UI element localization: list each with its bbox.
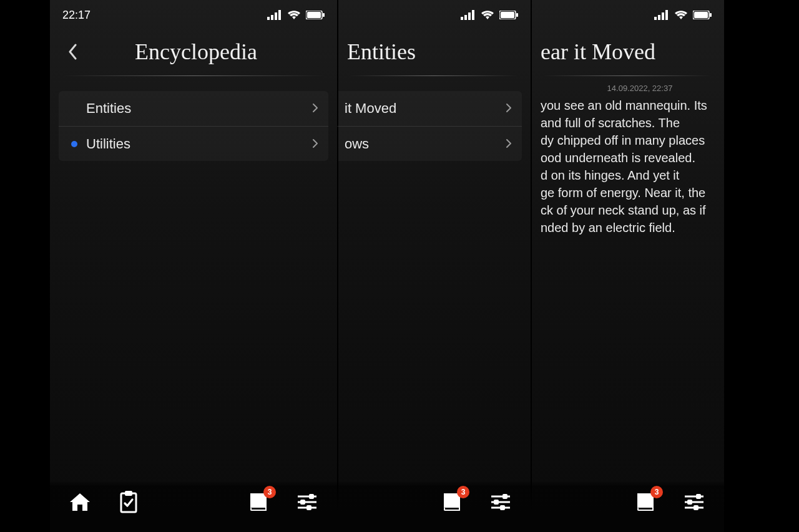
svg-rect-27 (494, 500, 499, 505)
signal-icon (654, 10, 669, 20)
home-icon (69, 492, 91, 512)
unread-dot-icon (71, 141, 77, 147)
svg-rect-21 (501, 12, 514, 18)
nav-settings-button[interactable] (487, 488, 514, 516)
nav-settings-button[interactable] (293, 488, 321, 516)
battery-icon (306, 11, 325, 19)
signal-icon (461, 10, 476, 20)
chevron-right-icon (506, 136, 512, 152)
svg-rect-17 (464, 15, 467, 20)
svg-rect-5 (307, 12, 321, 18)
notification-badge: 3 (650, 486, 663, 498)
phone-screen-article: ear it Moved 14.09.2022, 22:37 you see a… (531, 0, 724, 532)
svg-rect-15 (306, 505, 311, 510)
nav-tasks-button[interactable] (115, 488, 142, 516)
status-bar (531, 0, 724, 30)
svg-rect-9 (252, 508, 265, 510)
bottom-nav: 3 (531, 481, 724, 532)
chevron-right-icon (312, 100, 318, 117)
svg-rect-36 (710, 13, 712, 17)
phone-screen-entities: Entities it Moved ows (337, 0, 531, 532)
status-indicators (461, 10, 518, 20)
list-item[interactable]: it Moved (337, 91, 522, 126)
status-indicators (654, 10, 712, 20)
nav-home-button[interactable] (66, 488, 94, 516)
page-title: ear it Moved (541, 39, 712, 65)
status-time: 22:17 (62, 9, 91, 22)
sliders-icon (684, 493, 705, 511)
list-item[interactable]: ows (337, 126, 522, 161)
wifi-icon (481, 10, 494, 20)
svg-rect-2 (275, 12, 277, 20)
wifi-icon (674, 10, 688, 20)
svg-rect-6 (323, 13, 325, 17)
wifi-icon (287, 10, 301, 20)
bottom-nav: 3 (50, 481, 337, 532)
notification-badge: 3 (457, 486, 469, 498)
screen-header: Entities (337, 30, 531, 76)
list-item-label: ows (345, 136, 506, 152)
sliders-icon (490, 493, 511, 511)
svg-rect-30 (654, 17, 657, 20)
svg-rect-43 (694, 505, 699, 510)
svg-rect-18 (468, 12, 471, 20)
svg-rect-31 (658, 15, 660, 20)
list-item-label: it Moved (345, 100, 506, 117)
header-divider (62, 75, 325, 76)
notification-badge: 3 (263, 486, 276, 498)
svg-rect-22 (516, 13, 518, 17)
svg-rect-33 (665, 10, 668, 20)
status-indicators (267, 10, 325, 20)
entities-list: it Moved ows (337, 91, 522, 161)
battery-icon (693, 11, 712, 19)
chevron-right-icon (506, 100, 512, 117)
nav-settings-button[interactable] (680, 488, 708, 516)
page-title: Encyclopedia (82, 39, 325, 65)
svg-rect-3 (278, 10, 281, 20)
nav-encyclopedia-button[interactable]: 3 (632, 488, 659, 516)
svg-rect-1 (271, 15, 273, 20)
svg-rect-13 (300, 500, 305, 505)
svg-rect-16 (461, 17, 463, 20)
svg-rect-39 (696, 494, 701, 499)
nav-encyclopedia-button[interactable]: 3 (245, 488, 272, 516)
header-divider (350, 75, 518, 76)
article-body: you see an old mannequin. Its and full o… (541, 97, 712, 236)
list-item-utilities[interactable]: Utilities (59, 126, 328, 161)
page-title: Entities (347, 39, 518, 65)
list-item-label: Utilities (86, 136, 312, 152)
clipboard-check-icon (119, 491, 138, 513)
status-bar (337, 0, 531, 30)
battery-icon (499, 11, 518, 19)
list-item-entities[interactable]: Entities (59, 91, 328, 126)
screen-header: ear it Moved (531, 30, 724, 76)
list-item-label: Entities (86, 100, 312, 117)
phone-screen-encyclopedia: 22:17 Encyclopedia Entities (50, 0, 337, 532)
svg-rect-35 (694, 12, 708, 18)
signal-icon (267, 10, 282, 20)
svg-rect-41 (687, 500, 692, 505)
bottom-nav: 3 (337, 481, 531, 532)
article-content: 14.09.2022, 22:37 you see an old mannequ… (531, 76, 724, 236)
svg-rect-23 (445, 508, 459, 510)
svg-rect-29 (500, 505, 505, 510)
article-timestamp: 14.09.2022, 22:37 (568, 84, 712, 93)
category-list: Entities Utilities (59, 91, 328, 161)
chevron-left-icon (67, 44, 77, 60)
sliders-icon (297, 493, 318, 511)
chevron-right-icon (312, 136, 318, 152)
svg-rect-0 (267, 17, 270, 20)
svg-rect-19 (472, 10, 474, 20)
back-button[interactable] (62, 39, 82, 64)
svg-rect-25 (502, 494, 507, 499)
header-divider (543, 75, 712, 76)
svg-rect-8 (125, 491, 132, 496)
svg-rect-11 (309, 494, 314, 499)
status-bar: 22:17 (50, 0, 337, 30)
svg-rect-37 (639, 508, 652, 510)
screen-header: Encyclopedia (50, 30, 337, 76)
nav-encyclopedia-button[interactable]: 3 (438, 488, 466, 516)
svg-rect-32 (662, 12, 664, 20)
